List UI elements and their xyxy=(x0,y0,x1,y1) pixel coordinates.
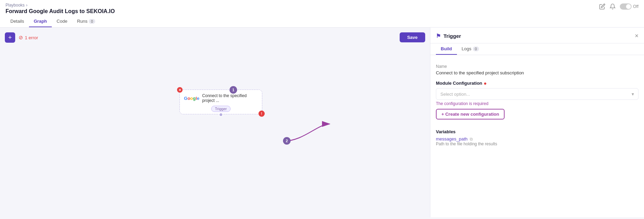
panel-body: Name Connect to the specified project su… xyxy=(430,55,644,217)
save-button[interactable]: Save xyxy=(400,32,425,42)
right-panel: ⚑ Trigger × Build Logs 0 Name Connect to… xyxy=(430,28,644,217)
breadcrumb-parent[interactable]: Playbooks xyxy=(6,3,25,8)
page-title: Forward Google Audit Logs to SEKOIA.IO xyxy=(6,8,638,14)
node-error-dot: ✕ xyxy=(177,87,183,93)
arrow-svg xyxy=(0,28,430,217)
variable-description: Path to the file holding the results xyxy=(436,142,638,146)
tab-graph[interactable]: Graph xyxy=(29,17,52,27)
tab-build[interactable]: Build xyxy=(436,43,457,55)
select-placeholder: Select option... xyxy=(440,92,470,97)
canvas-toolbar: + ⊘ 1 error xyxy=(5,32,38,43)
tab-logs[interactable]: Logs 0 xyxy=(457,43,484,55)
add-button[interactable]: + xyxy=(5,32,15,43)
header-icons: Off xyxy=(599,3,638,10)
edit-icon xyxy=(599,3,605,10)
node-card[interactable]: ✕ Google Connect to the specified projec… xyxy=(179,90,262,114)
module-config-title: Module Configuration ● xyxy=(436,80,638,86)
logs-badge: 0 xyxy=(473,46,479,51)
variables-section: messages_path ⧉ Path to the file holding… xyxy=(436,136,638,146)
name-value: Connect to the specified project subscri… xyxy=(436,70,638,75)
node-bottom-dot xyxy=(219,113,223,117)
toggle-label: Off xyxy=(633,4,638,9)
toggle-knob xyxy=(626,4,631,9)
error-icon: ⊘ xyxy=(19,34,23,41)
node-trigger-badge: Trigger xyxy=(211,106,231,112)
step1-badge: 1 xyxy=(230,86,237,94)
error-text: 1 error xyxy=(25,35,38,40)
main-area: + ⊘ 1 error Save 1 ✕ Google Connect to t… xyxy=(0,28,644,217)
toggle-container[interactable]: Off xyxy=(620,3,638,10)
tab-runs[interactable]: Runs 0 xyxy=(72,17,100,27)
node-card-inner: Google Connect to the specified project … xyxy=(184,93,258,103)
error-badge: ⊘ 1 error xyxy=(19,34,38,41)
select-arrow-icon: ▾ xyxy=(632,91,634,97)
panel-tabs: Build Logs 0 xyxy=(430,43,644,55)
variable-name: messages_path ⧉ xyxy=(436,136,638,142)
copy-icon[interactable]: ⧉ xyxy=(470,137,473,142)
config-error: The configuration is required xyxy=(436,101,638,106)
tab-code[interactable]: Code xyxy=(52,17,72,27)
select-field[interactable]: Select option... ▾ xyxy=(436,88,638,100)
close-button[interactable]: × xyxy=(635,32,638,40)
header: Playbooks › Forward Google Audit Logs to… xyxy=(0,0,644,28)
google-logo: Google xyxy=(184,96,199,101)
node-title: Connect to the specified project ... xyxy=(202,93,258,103)
create-config-button[interactable]: + Create new configuration xyxy=(436,109,505,119)
flag-icon: ⚑ xyxy=(436,33,441,39)
toggle-switch[interactable] xyxy=(620,3,632,10)
edit-button[interactable] xyxy=(599,3,605,10)
panel-header: ⚑ Trigger × xyxy=(430,28,644,43)
runs-badge: 0 xyxy=(89,19,95,24)
breadcrumb: Playbooks › xyxy=(6,3,638,8)
node-bottom-warn: ! xyxy=(258,111,265,117)
panel-title: ⚑ Trigger xyxy=(436,33,461,39)
bell-button[interactable] xyxy=(609,3,616,10)
name-label: Name xyxy=(436,64,638,69)
breadcrumb-separator: › xyxy=(26,3,27,8)
canvas-area: + ⊘ 1 error Save 1 ✕ Google Connect to t… xyxy=(0,28,430,217)
step2-badge: 2 xyxy=(283,137,291,145)
required-dot: ● xyxy=(484,80,487,86)
tab-details[interactable]: Details xyxy=(6,17,29,27)
variables-title: Variables xyxy=(436,129,638,134)
tabs-row: Details Graph Code Runs 0 xyxy=(6,17,638,27)
bell-icon xyxy=(609,3,616,10)
panel-title-text: Trigger xyxy=(443,33,461,39)
